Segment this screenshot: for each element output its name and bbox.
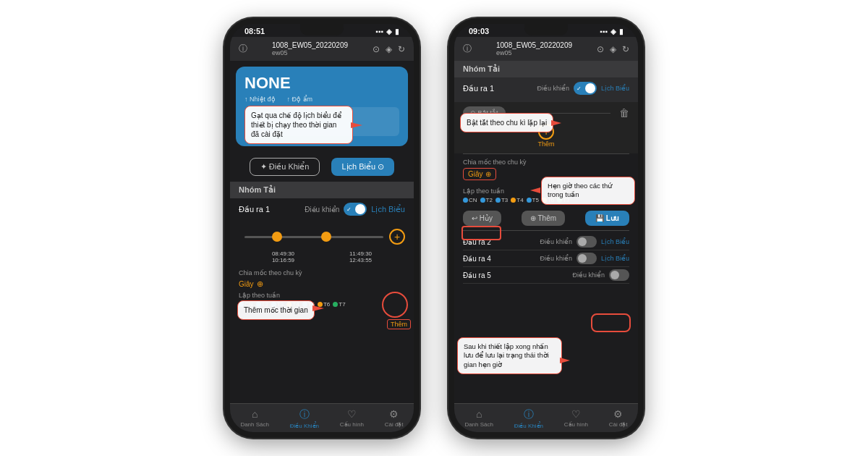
them-label-p1: Thêm: [387, 319, 411, 329]
top-bar-2: ⓘ 1008_EW05_20220209 ew05 ⊙ ◈ ↻: [454, 37, 638, 61]
dau-ra-4-right: Điều khiển Lịch Biểu: [540, 253, 629, 264]
dau-ra-2-right: Điều khiển Lịch Biểu: [540, 236, 629, 248]
device-id-2: 1008_EW05_20220209: [496, 41, 572, 49]
lich-bieu-link-1[interactable]: Lịch Biểu: [371, 205, 405, 214]
day-cn-2: CN: [463, 197, 477, 203]
toggle-knob-p2: [585, 83, 595, 93]
luu-button[interactable]: 💾 Lưu: [585, 211, 629, 226]
mode-buttons: ✦ Điều Khiển Lịch Biểu ⊙: [230, 152, 414, 182]
tab-cau-hinh-2[interactable]: ♡ Cấu hình: [564, 408, 588, 429]
day-dot-t3-2: [495, 198, 501, 203]
day-t4-2: T4: [511, 197, 523, 203]
giay-text-p2: Giây: [468, 170, 483, 178]
tab-cau-hinh-label-1: Cấu hình: [340, 421, 364, 428]
wifi-status-icon: ◈: [386, 44, 392, 54]
dau-ra-1-label: Đầu ra 1: [463, 84, 494, 93]
lb-4[interactable]: Lịch Biểu: [601, 255, 629, 262]
phone-2-screen: 09:03 ▪▪▪ ◈ ▮ ⓘ 1008_EW05_20220209 ew05 …: [454, 24, 638, 432]
timeline-track: [244, 236, 383, 238]
status-icons-1: ▪▪▪ ◈ ▮: [375, 28, 399, 35]
battery-icon: ▮: [395, 28, 399, 35]
bottom-tabs-2: ⌂ Danh Sách ⓘ Điều Khiển ♡ Cấu hình ⚙ Cà…: [454, 403, 638, 432]
time2-top: 11:49:30: [349, 250, 372, 257]
chia-moc-title-1: Chia mốc theo chu kỳ: [239, 269, 405, 276]
callout-2-text: Thêm mốc thời gian: [244, 306, 308, 314]
huy-button[interactable]: ↩ Hủy: [463, 211, 501, 226]
tab-cai-dat-2[interactable]: ⚙ Cài đặt: [609, 408, 628, 429]
callout-p2-1-arrow: [551, 119, 564, 127]
config-icon: ♡: [347, 408, 357, 420]
settings-icon-2: ⚙: [613, 408, 623, 420]
toggle-lich-bieu-1[interactable]: [344, 203, 367, 216]
toggle-p2-1[interactable]: [574, 82, 597, 95]
toggle-knob-1: [355, 204, 365, 214]
tab-dieu-khien-2[interactable]: ⓘ Điều Khiển: [514, 408, 543, 429]
control-icon-2: ⓘ: [524, 408, 534, 421]
lb-2[interactable]: Lịch Biểu: [601, 238, 629, 245]
tab-cau-hinh-1[interactable]: ♡ Cấu hình: [340, 408, 364, 429]
signal-icon-2: ▪▪▪: [600, 28, 608, 35]
giay-row-1: Giây ⊕: [239, 279, 405, 289]
svg-marker-4: [560, 358, 570, 363]
dau-ra-2-label: Đầu ra 2: [463, 238, 491, 246]
dau-ra-row-1: Đầu ra 1 Điều khiển Lịch Biểu: [230, 198, 414, 220]
device-sub-1: ew05: [272, 49, 348, 56]
time-2: 09:03: [469, 27, 489, 35]
phones-container: 08:51 ▪▪▪ ◈ ▮ ⓘ 1008_EW05_20220209 ew05 …: [224, 18, 644, 438]
day-t2-2: T2: [480, 197, 493, 203]
dau-ra-4-row: Đầu ra 4 Điều khiển Lịch Biểu: [463, 250, 629, 267]
delete-icon[interactable]: 🗑: [619, 107, 629, 119]
timeline-section: + 08:49:30 10:16:59 11:49:30 12:43:55: [230, 220, 414, 266]
giay-box-p2[interactable]: Giây ⊕: [463, 168, 496, 180]
callout2-arrow: [312, 303, 327, 313]
callout1-arrow: [351, 120, 365, 130]
tab-danh-sach-2[interactable]: ⌂ Danh Sách: [464, 408, 493, 429]
timeline-line: +: [239, 229, 405, 245]
giay-plus-p2: ⊕: [485, 170, 491, 178]
dau-ra-4-label: Đầu ra 4: [463, 255, 491, 263]
info-icon: ⓘ: [239, 43, 247, 55]
them-button[interactable]: ⊕ Thêm: [522, 211, 565, 226]
tab-dieu-khien-label-2: Điều Khiển: [514, 423, 543, 429]
wifi-icon: ◈: [386, 28, 392, 35]
dk-4: Điều khiển: [540, 255, 572, 262]
lich-bieu-button[interactable]: Lịch Biểu ⊙: [331, 158, 394, 176]
giay-label-1: Giây: [239, 280, 254, 288]
timeline-times: 08:49:30 10:16:59 11:49:30 12:43:55: [239, 250, 405, 263]
day-dot-t7: [333, 302, 338, 307]
giay-plus-icon[interactable]: ⊕: [257, 279, 263, 289]
home-icon-2: ⌂: [476, 408, 482, 420]
tab-danh-sach-label-1: Danh Sách: [240, 421, 269, 428]
tab-dieu-khien-1[interactable]: ⓘ Điều Khiển: [290, 408, 319, 429]
wifi-icon-2: ◈: [610, 28, 616, 35]
day-dot-t4-2: [511, 198, 516, 203]
callout-p2-1-text: Bật tắt theo chu kì lặp lại: [467, 119, 547, 127]
status-icons-2: ▪▪▪ ◈ ▮: [600, 28, 624, 35]
callout-p2-2: Hẹn giờ theo các thứ trong tuần: [541, 177, 635, 205]
tab-cai-dat-1[interactable]: ⚙ Cài đặt: [385, 408, 404, 429]
phone-1-screen: 08:51 ▪▪▪ ◈ ▮ ⓘ 1008_EW05_20220209 ew05 …: [230, 24, 414, 432]
signal-icon: ▪▪▪: [375, 28, 383, 35]
tab-danh-sach-1[interactable]: ⌂ Danh Sách: [240, 408, 269, 429]
dieu-khien-p2: Điều khiển: [537, 85, 569, 92]
toggle-p2-2[interactable]: [576, 236, 597, 248]
them-label-p2[interactable]: Thêm: [537, 140, 554, 148]
battery-icon-2: ▮: [619, 28, 624, 35]
lich-bieu-p2[interactable]: Lịch Biểu: [601, 85, 629, 92]
action-buttons-row: ↩ Hủy ⊕ Thêm 💾 Lưu: [454, 206, 638, 230]
callout-p2-2-text: Hẹn giờ theo các thứ trong tuần: [548, 182, 612, 198]
dieu-khien-button[interactable]: ✦ Điều Khiển: [250, 158, 320, 176]
callout-1-text: Gạt qua chế độ lịch biểu để thiết bị chạ…: [251, 111, 341, 138]
tab-danh-sach-label-2: Danh Sách: [464, 421, 493, 428]
toggle-p2-5[interactable]: [609, 269, 629, 281]
phone-1: 08:51 ▪▪▪ ◈ ▮ ⓘ 1008_EW05_20220209 ew05 …: [224, 18, 420, 438]
toggle-p2-4[interactable]: [576, 253, 597, 264]
dau-ra-2-row: Đầu ra 2 Điều khiển Lịch Biểu: [463, 234, 629, 250]
info-icon-2: ⓘ: [463, 43, 472, 55]
add-time-button[interactable]: +: [389, 229, 405, 245]
dau-ra-1-section: Đầu ra 1 Điều khiển Lịch Biểu: [454, 77, 638, 102]
dau-ra-label-1: Đầu ra 1: [239, 205, 270, 214]
time1-bot: 10:16:59: [272, 257, 294, 263]
phone-2: 09:03 ▪▪▪ ◈ ▮ ⓘ 1008_EW05_20220209 ew05 …: [448, 18, 644, 438]
callout-p2-2-arrow: [530, 186, 543, 195]
